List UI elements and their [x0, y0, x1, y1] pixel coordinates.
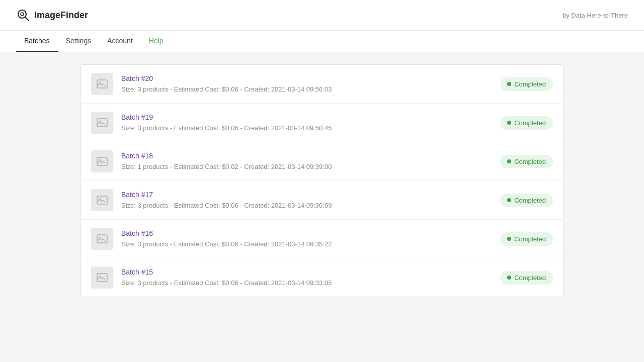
batch-info: Batch #19 Size: 3 products - Estimated C…	[121, 113, 492, 132]
batch-list: Batch #20 Size: 3 products - Estimated C…	[80, 64, 564, 297]
batch-link[interactable]: Batch #18	[121, 152, 492, 160]
batch-meta: Size: 3 products - Estimated Cost: $0.06…	[121, 240, 332, 248]
batch-link[interactable]: Batch #16	[121, 229, 492, 237]
batch-link[interactable]: Batch #19	[121, 113, 492, 121]
status-dot	[507, 82, 511, 86]
image-icon	[96, 272, 108, 284]
nav-bar: Batches Settings Account Help	[0, 31, 644, 52]
status-badge: Completed	[500, 116, 553, 130]
batch-item: Batch #15 Size: 3 products - Estimated C…	[81, 258, 563, 297]
svg-rect-3	[97, 80, 107, 88]
image-icon	[96, 233, 108, 245]
svg-rect-11	[97, 235, 107, 243]
svg-point-12	[100, 237, 101, 238]
logo-icon	[16, 8, 30, 22]
nav-item-batches[interactable]: Batches	[16, 31, 58, 52]
batch-meta: Size: 1 products - Estimated Cost: $0.02…	[121, 163, 332, 170]
batch-item: Batch #16 Size: 3 products - Estimated C…	[81, 220, 563, 258]
batch-info: Batch #18 Size: 1 products - Estimated C…	[121, 152, 492, 171]
status-label: Completed	[514, 235, 546, 243]
batch-item: Batch #17 Size: 3 products - Estimated C…	[81, 181, 563, 220]
batch-info: Batch #20 Size: 3 products - Estimated C…	[121, 74, 492, 94]
batch-item: Batch #18 Size: 1 products - Estimated C…	[81, 142, 563, 181]
batch-thumbnail	[91, 112, 113, 134]
image-icon	[96, 194, 108, 206]
svg-rect-7	[97, 157, 107, 165]
main-content: Batch #20 Size: 3 products - Estimated C…	[0, 52, 644, 309]
status-label: Completed	[514, 158, 546, 165]
batch-thumbnail	[91, 189, 113, 211]
svg-point-14	[100, 276, 101, 277]
page-wrapper: ImageFinder by Data Here-to-There Batche…	[0, 0, 644, 362]
batch-thumbnail	[91, 266, 113, 289]
svg-rect-5	[97, 119, 107, 127]
status-badge: Completed	[500, 232, 553, 246]
status-dot	[507, 198, 511, 202]
batch-link[interactable]: Batch #17	[121, 191, 492, 199]
status-dot	[507, 276, 511, 280]
svg-line-1	[25, 17, 29, 21]
batch-meta: Size: 3 products - Estimated Cost: $0.06…	[121, 202, 332, 209]
svg-point-4	[100, 82, 101, 83]
svg-point-2	[21, 13, 24, 16]
status-dot	[507, 159, 511, 163]
header-tagline: by Data Here-to-There	[562, 12, 628, 19]
batch-thumbnail	[91, 228, 113, 250]
status-label: Completed	[514, 80, 546, 88]
header: ImageFinder by Data Here-to-There	[0, 0, 644, 31]
status-dot	[507, 237, 511, 241]
batch-thumbnail	[91, 73, 113, 95]
batch-meta: Size: 3 products - Estimated Cost: $0.06…	[121, 279, 332, 287]
batch-item: Batch #19 Size: 3 products - Estimated C…	[81, 104, 563, 142]
svg-point-6	[100, 121, 101, 122]
batch-thumbnail	[91, 150, 113, 172]
status-badge: Completed	[500, 271, 553, 285]
nav-item-settings[interactable]: Settings	[58, 31, 100, 52]
image-icon	[96, 117, 108, 129]
status-badge: Completed	[500, 194, 553, 207]
image-icon	[96, 78, 108, 90]
svg-point-10	[100, 198, 101, 200]
status-dot	[507, 121, 511, 125]
nav-item-help[interactable]: Help	[141, 31, 172, 52]
nav-item-account[interactable]: Account	[99, 31, 141, 52]
svg-rect-13	[97, 274, 107, 282]
logo-area: ImageFinder	[16, 8, 88, 22]
batch-meta: Size: 3 products - Estimated Cost: $0.06…	[121, 85, 332, 93]
batch-link[interactable]: Batch #20	[121, 74, 492, 82]
svg-rect-9	[97, 196, 107, 204]
status-badge: Completed	[500, 77, 553, 91]
status-label: Completed	[514, 119, 546, 127]
batch-item: Batch #20 Size: 3 products - Estimated C…	[81, 65, 563, 104]
image-icon	[96, 155, 108, 167]
status-label: Completed	[514, 197, 546, 204]
batch-info: Batch #16 Size: 3 products - Estimated C…	[121, 229, 492, 248]
batch-link[interactable]: Batch #15	[121, 268, 492, 276]
svg-point-8	[100, 159, 101, 161]
batch-info: Batch #15 Size: 3 products - Estimated C…	[121, 268, 492, 287]
batch-info: Batch #17 Size: 3 products - Estimated C…	[121, 191, 492, 210]
status-badge: Completed	[500, 155, 553, 168]
status-label: Completed	[514, 274, 546, 282]
batch-meta: Size: 3 products - Estimated Cost: $0.06…	[121, 124, 332, 132]
app-title: ImageFinder	[34, 10, 88, 21]
